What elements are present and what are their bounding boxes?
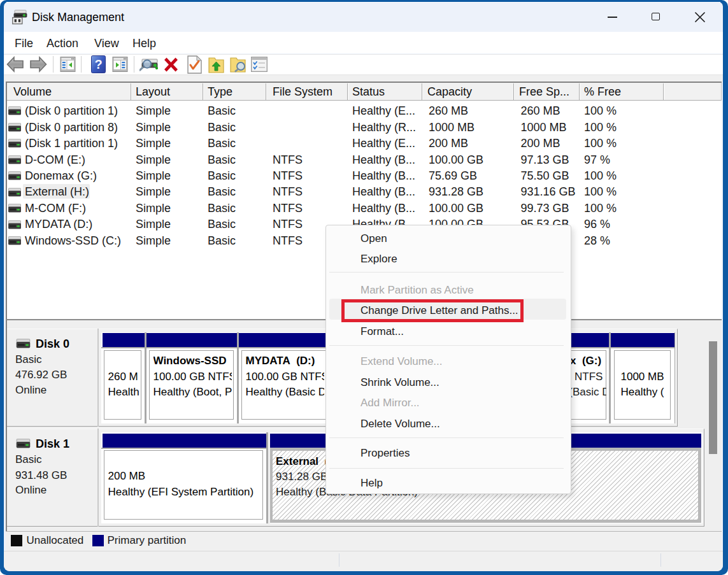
svg-text:?: ? [94,57,102,71]
